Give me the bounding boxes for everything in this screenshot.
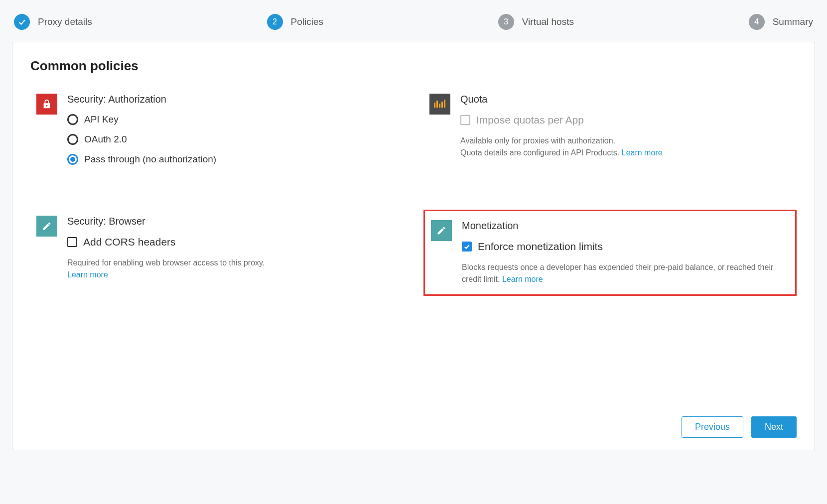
check-icon [17,17,26,26]
learn-more-link[interactable]: Learn more [502,275,543,283]
policies-card: Common policies Security: Authorization … [12,42,815,450]
radio-oauth[interactable]: OAuth 2.0 [67,134,398,145]
bars-icon [429,94,450,115]
svg-rect-0 [434,103,435,108]
step-proxy-details[interactable]: Proxy details [14,14,92,30]
step-badge-done [14,14,30,30]
checkbox-monetization-limits[interactable]: Enforce monetization limits [462,241,789,252]
checkbox-cors[interactable]: Add CORS headers [67,236,398,248]
option-label: Add CORS headers [83,236,176,248]
radio-icon [67,134,78,145]
option-label: Pass through (no authorization) [84,154,216,165]
checkbox-impose-quotas: Impose quotas per App [460,114,791,126]
svg-rect-1 [436,101,438,108]
checkbox-icon-checked [462,242,472,252]
next-button[interactable]: Next [751,416,797,438]
svg-rect-4 [444,100,445,108]
monetization-help-text: Blocks requests once a developer has exp… [462,261,789,285]
security-authorization-block: Security: Authorization API Key OAuth 2.… [30,88,404,180]
page-title: Common policies [30,58,797,74]
learn-more-link[interactable]: Learn more [622,148,663,157]
pencil-icon [36,216,57,237]
monetization-block: Monetization Enforce monetization limits… [423,210,797,296]
quota-block: Quota Impose quotas per App Available on… [423,88,797,180]
pencil-icon [431,220,452,241]
monetization-title: Monetization [462,220,789,232]
step-label: Virtual hosts [522,16,574,27]
step-badge-pending: 3 [498,14,514,30]
checkbox-icon-disabled [460,115,470,125]
option-label: OAuth 2.0 [84,134,127,145]
quota-title: Quota [460,94,791,105]
radio-icon [67,114,78,125]
step-badge-active: 2 [267,14,283,30]
step-badge-pending: 4 [749,14,765,30]
svg-rect-3 [441,102,443,108]
quota-help-text: Available only for proxies with authoriz… [460,135,791,159]
step-virtual-hosts[interactable]: 3 Virtual hosts [498,14,574,30]
radio-api-key[interactable]: API Key [67,114,398,125]
option-label: Enforce monetization limits [478,241,603,252]
step-summary[interactable]: 4 Summary [749,14,813,30]
checkbox-icon [67,237,77,247]
step-label: Policies [291,16,323,27]
step-policies[interactable]: 2 Policies [267,14,323,30]
radio-icon-selected [67,154,78,165]
svg-rect-2 [439,104,440,108]
option-label: Impose quotas per App [476,114,584,126]
previous-button[interactable]: Previous [682,416,743,438]
lock-icon [36,94,57,115]
option-label: API Key [84,114,119,125]
learn-more-link[interactable]: Learn more [67,270,108,279]
cors-help-text: Required for enabling web browser access… [67,257,398,281]
wizard-stepper: Proxy details 2 Policies 3 Virtual hosts… [12,10,815,42]
security-browser-block: Security: Browser Add CORS headers Requi… [30,210,404,296]
wizard-footer: Previous Next [30,401,797,438]
step-label: Proxy details [38,16,92,27]
security-browser-title: Security: Browser [67,216,398,227]
radio-pass-through[interactable]: Pass through (no authorization) [67,154,398,165]
step-label: Summary [773,16,813,27]
security-auth-title: Security: Authorization [67,94,398,105]
